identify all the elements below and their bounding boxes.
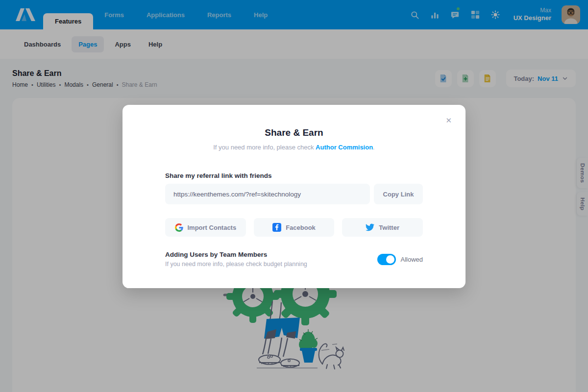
share-earn-modal: ✕ Share & Earn If you need more info, pl… <box>122 105 466 288</box>
close-icon[interactable]: ✕ <box>445 117 452 124</box>
referral-link-input[interactable] <box>165 184 370 204</box>
import-contacts-button[interactable]: Import Contacts <box>165 218 246 237</box>
team-members-row: Adding Users by Team Members If you need… <box>165 251 423 268</box>
social-buttons-row: Import Contacts Facebook Twitter <box>165 218 423 237</box>
modal-subtitle-text: If you need more info, please check <box>213 144 316 151</box>
referral-row: Copy Link <box>165 184 423 204</box>
team-members-text: Adding Users by Team Members If you need… <box>165 251 307 268</box>
google-icon <box>175 223 183 232</box>
toggle-knob <box>386 255 394 264</box>
button-label: Twitter <box>379 224 399 231</box>
twitter-button[interactable]: Twitter <box>342 218 423 237</box>
toggle-state-label: Allowed <box>400 256 423 263</box>
modal-subtitle: If you need more info, please check Auth… <box>165 144 423 151</box>
team-members-title: Adding Users by Team Members <box>165 251 307 258</box>
app-root: Features Forms Applications Reports Help <box>0 0 588 392</box>
twitter-icon <box>366 223 374 232</box>
allowed-toggle[interactable] <box>377 254 396 265</box>
referral-link-label: Share my referral link with friends <box>165 172 423 179</box>
copy-link-button[interactable]: Copy Link <box>374 184 423 204</box>
facebook-icon <box>272 223 281 232</box>
button-label: Facebook <box>286 224 316 231</box>
team-members-subtitle: If you need more info, please check budg… <box>165 261 307 268</box>
author-commision-link[interactable]: Author Commision <box>316 144 373 151</box>
button-label: Import Contacts <box>188 224 237 231</box>
modal-subtitle-period: . <box>373 144 375 151</box>
toggle-group: Allowed <box>377 254 423 265</box>
facebook-button[interactable]: Facebook <box>254 218 335 237</box>
modal-title: Share & Earn <box>165 127 423 138</box>
